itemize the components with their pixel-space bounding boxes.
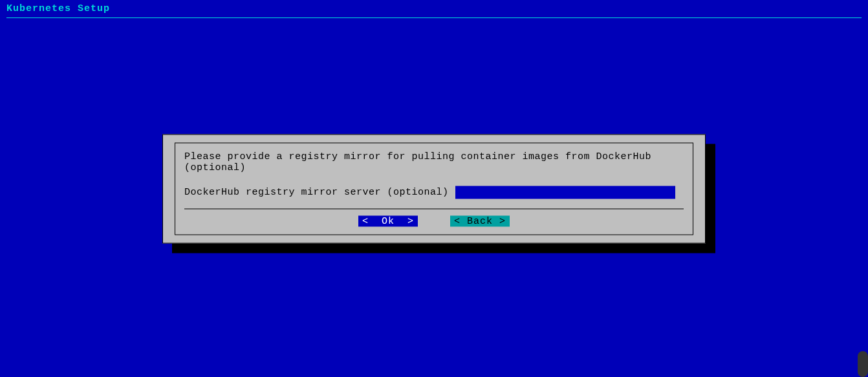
title-divider <box>6 17 862 18</box>
registry-mirror-input[interactable] <box>455 186 675 199</box>
input-label: DockerHub registry mirror server (option… <box>184 187 449 198</box>
dialog-box: Please provide a registry mirror for pul… <box>162 134 706 243</box>
dialog-wrapper: Please provide a registry mirror for pul… <box>162 134 706 243</box>
page-title: Kubernetes Setup <box>0 0 868 17</box>
back-button[interactable]: < Back > <box>450 215 510 226</box>
dialog-separator <box>184 208 684 209</box>
scrollbar-thumb[interactable] <box>858 351 868 377</box>
dialog-inner: Please provide a registry mirror for pul… <box>175 142 693 235</box>
button-row: < Ok > < Back > <box>184 214 684 228</box>
ok-button[interactable]: < Ok > <box>358 215 418 226</box>
dialog-message: Please provide a registry mirror for pul… <box>184 151 684 173</box>
input-row: DockerHub registry mirror server (option… <box>184 186 684 199</box>
